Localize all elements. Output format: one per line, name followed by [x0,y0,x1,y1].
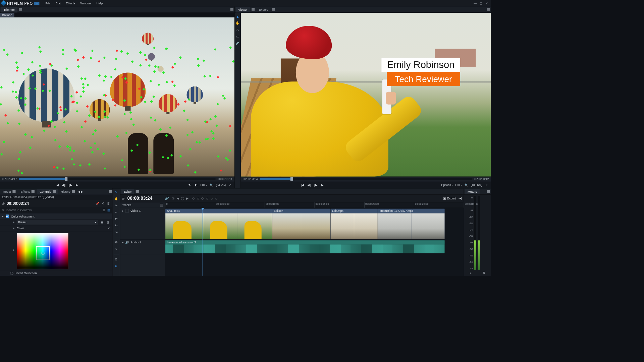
keyframe-dot-icon[interactable]: ● [13,248,15,252]
panel-menu-icon[interactable] [12,190,15,193]
panel-menu-icon[interactable] [136,190,139,193]
effect-color-adjustment[interactable]: ▾ Color Adjustment [0,213,112,219]
slice-tool-icon[interactable]: ✂ [114,203,119,207]
snap-icon[interactable]: ❆ [114,240,119,244]
collapse-icon[interactable]: ▸ [122,241,124,244]
diamond-icon[interactable]: ◇ [192,197,195,200]
step-back-button[interactable]: ◀‖ [61,183,66,187]
prev-frame-button[interactable]: |◀ [300,183,305,187]
video-clip[interactable]: Balloon [272,208,330,239]
zoom-icon[interactable]: 🔍 [464,183,469,187]
timeline-clips-area[interactable]: Sha...mp4BalloonLois.mp4production ...37… [165,208,464,276]
prev-frame-button[interactable]: |◀ [55,183,60,187]
scrub-handle[interactable] [65,177,67,181]
diamond-icon[interactable]: ◇ [205,197,209,200]
eyedropper-icon[interactable]: 💉 [235,41,239,45]
trimmer-scrub-track[interactable] [19,178,215,180]
scrub-handle[interactable] [290,177,293,181]
video-clip[interactable] [203,208,272,239]
menu-edit[interactable]: Edit [53,1,63,6]
select-tool-icon[interactable]: ↖ [114,190,119,194]
tab-export[interactable]: Export [256,7,270,12]
minimize-button[interactable]: — [474,2,477,5]
menu-window[interactable]: Window [78,1,94,6]
panel-menu-icon[interactable] [160,204,163,206]
step-fwd-button[interactable]: ‖▶ [313,183,318,187]
menu-effects[interactable]: Effects [63,1,78,6]
collapse-icon[interactable]: ▸ [122,209,124,213]
track-visible-toggle[interactable] [125,209,129,213]
video-clip[interactable]: production ...3772427.mp4 [378,208,445,239]
link-icon[interactable]: 🔗 [165,197,169,200]
video-clip[interactable]: Sha...mp4 [165,208,203,239]
text-tool-icon[interactable]: A [235,27,239,32]
next-tab-button[interactable]: ▶ [80,190,84,193]
slip-tool-icon[interactable]: ↔ [114,210,119,214]
tab-history[interactable]: History [58,189,77,194]
play-button[interactable]: ▶ [320,183,325,187]
tab-effects[interactable]: Effects [18,189,37,194]
mask-rect-icon[interactable]: ▭ [235,34,239,38]
quality-dropdown[interactable]: Full [455,183,462,187]
auto-adjust-icon[interactable]: ∿ [114,247,119,251]
menu-file[interactable]: File [43,1,53,6]
pin-icon[interactable]: 📌 [96,201,99,205]
diamond-icon[interactable]: ◇ [201,197,204,200]
diamond-icon[interactable]: ◇ [215,197,218,200]
panel-menu-icon[interactable] [53,190,56,193]
editor-timecode[interactable]: 00:00:03:24 [127,196,153,201]
step-back-button[interactable]: ◀‖ [307,183,312,187]
tab-trimmer[interactable]: Trimmer [1,7,17,12]
kf-first-icon[interactable]: ⦾ [171,197,175,200]
zoom-icon[interactable]: 🔍 [209,183,214,187]
close-button[interactable]: ✕ [485,2,488,5]
kf-next-icon[interactable]: ▶ [185,197,189,200]
save-preset-icon[interactable]: ▣ [100,221,104,224]
speaker-icon[interactable]: 🔊 [125,241,129,244]
settings-icon[interactable]: ⚙ [114,257,119,261]
controls-timecode[interactable]: 00:00:03:24 [7,201,29,206]
panel-menu-icon[interactable] [19,8,22,11]
keyframe-dot-icon[interactable]: ● [13,227,15,230]
playhead[interactable] [203,208,203,276]
reset-icon[interactable]: ↺ [102,201,105,205]
audio-clip[interactable]: bensound-dreams.mp3 [165,240,445,253]
grid-view-icon[interactable]: ▤ [107,208,110,212]
list-view-icon[interactable]: ≣ [103,208,105,212]
search-input[interactable]: Search in Controls [6,208,101,212]
tab-viewer[interactable]: Viewer [236,7,250,12]
prev-tab-button[interactable]: ◀ [77,190,80,193]
panel-menu-icon[interactable] [230,8,233,11]
video-track-header[interactable]: ▸ Video 1 [120,208,165,240]
tab-controls[interactable]: Controls [37,189,58,194]
select-tool-icon[interactable]: ▲ [235,14,239,18]
diamond-icon[interactable]: ◇ [210,197,214,200]
overlay-mode-icon[interactable]: ⚗ [187,183,192,187]
expand-icon[interactable]: ⤢ [484,183,489,187]
color-picker[interactable] [17,233,68,269]
ripple-tool-icon[interactable]: ⇄ [114,217,119,221]
fit-timeline-icon[interactable]: ⇥| [459,197,462,200]
maximize-button[interactable]: ▢ [479,2,483,5]
color-cursor[interactable] [36,246,50,260]
trimmer-viewport[interactable] [0,17,234,177]
timeline[interactable]: 000:00:05:0000:00:10:0000:00:15:0000:00:… [165,202,464,276]
mask-mode-icon[interactable]: ◧ [194,183,198,187]
panel-menu-icon[interactable] [72,190,75,193]
panel-menu-icon[interactable] [487,190,490,193]
eyedropper-icon[interactable]: ➶ [108,227,110,230]
collapse-icon[interactable]: ▾ [2,215,4,218]
panel-menu-icon[interactable] [272,8,275,11]
menu-help[interactable]: Help [94,1,105,6]
play-button[interactable]: ▶ [75,183,79,187]
rate-tool-icon[interactable]: ↝ [114,230,119,234]
timeline-ruler[interactable]: 000:00:05:0000:00:10:0000:00:15:0000:00:… [165,202,464,208]
options-dropdown[interactable]: Options [441,183,453,187]
delete-icon[interactable]: 🗑 [107,201,110,205]
tab-meters[interactable]: Meters [465,189,479,194]
keyframe-circle-icon[interactable]: ◯ [10,271,13,275]
step-fwd-button[interactable]: ‖▶ [68,183,73,187]
viewer-viewport[interactable]: Emily Robinson Tech Reviewer 🔗 [241,13,491,177]
keyframe-dot-icon[interactable]: ● [13,221,15,224]
tab-editor[interactable]: Editor [121,189,134,194]
